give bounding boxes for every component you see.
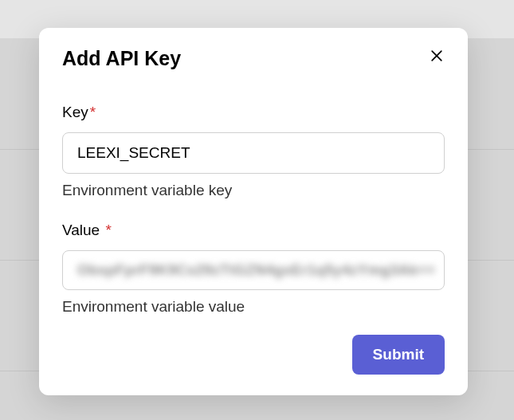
value-label: Value *: [62, 222, 445, 239]
masked-value-text: ObspFprF9K9Cs29zTtGZN4gxEr1q5y4zYmg3Ak==: [77, 262, 435, 279]
key-field-group: Key* Environment variable key: [62, 104, 445, 199]
required-indicator: *: [90, 104, 96, 120]
close-icon: [429, 48, 445, 64]
add-api-key-modal: Add API Key Key* Environment variable ke…: [39, 28, 468, 395]
value-label-text: Value: [62, 222, 100, 238]
key-label-text: Key: [62, 104, 88, 120]
submit-button[interactable]: Submit: [352, 335, 445, 375]
modal-header: Add API Key: [62, 47, 445, 70]
value-input[interactable]: ObspFprF9K9Cs29zTtGZN4gxEr1q5y4zYmg3Ak==: [62, 250, 445, 290]
key-help-text: Environment variable key: [62, 182, 445, 199]
close-button[interactable]: [426, 45, 448, 67]
modal-footer: Submit: [62, 335, 445, 375]
required-indicator: *: [105, 222, 111, 238]
value-help-text: Environment variable value: [62, 298, 445, 316]
key-label: Key*: [62, 104, 445, 121]
key-input[interactable]: [62, 132, 445, 174]
value-field-group: Value * ObspFprF9K9Cs29zTtGZN4gxEr1q5y4z…: [62, 222, 445, 316]
modal-title: Add API Key: [62, 47, 181, 70]
